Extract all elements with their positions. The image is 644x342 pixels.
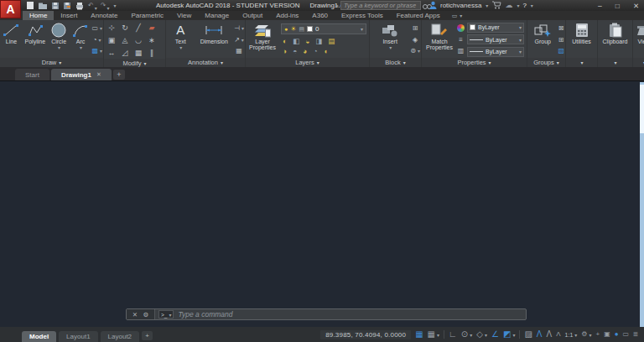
gradient-tool-icon[interactable]: ▩: [91, 47, 102, 54]
object-snap-tracking-icon[interactable]: ∠: [491, 330, 499, 339]
properties-panel-label[interactable]: Properties: [422, 58, 527, 67]
utilities-panel-label[interactable]: [566, 58, 597, 67]
tab-a360[interactable]: A360: [305, 11, 335, 20]
help-menu-icon[interactable]: [530, 2, 533, 9]
store-cart-icon[interactable]: [491, 1, 501, 11]
tab-annotate[interactable]: Annotate: [84, 11, 124, 20]
lineweight-list-icon[interactable]: ▥: [458, 47, 465, 54]
circle-button[interactable]: Circle: [49, 21, 70, 58]
arc-button[interactable]: Arc: [70, 21, 91, 58]
layer-tool-icon[interactable]: ◧: [293, 37, 299, 45]
layer-tool-icon[interactable]: ▤: [328, 37, 335, 45]
new-file-icon[interactable]: [26, 1, 34, 11]
layer-tool-icon[interactable]: ◕: [303, 47, 307, 55]
command-close-icon[interactable]: ✕: [132, 311, 138, 319]
open-file-icon[interactable]: [38, 1, 48, 11]
layer-dropdown[interactable]: ● ☀ ▤ 0: [281, 23, 366, 34]
insert-flyout-icon[interactable]: [388, 44, 392, 50]
close-file-tab-icon[interactable]: ✕: [96, 71, 101, 78]
copy-tool-icon[interactable]: ▣: [108, 36, 116, 44]
account-menu-icon[interactable]: [485, 2, 488, 9]
tab-express-tools[interactable]: Express Tools: [335, 11, 390, 20]
color-wheel-icon[interactable]: [457, 24, 465, 32]
layer-tool-icon[interactable]: ◒: [305, 37, 309, 45]
customize-qat-icon[interactable]: [112, 1, 116, 11]
mirror-tool-icon[interactable]: ◬: [122, 36, 128, 44]
draw-panel-label[interactable]: Draw: [0, 58, 103, 67]
layers-panel-label[interactable]: Layers: [246, 58, 369, 67]
scrollbar-thumb[interactable]: [640, 85, 644, 133]
leader-tool-icon[interactable]: ⊣: [234, 24, 244, 32]
array-tool-icon[interactable]: ▦: [135, 49, 143, 57]
maximize-button[interactable]: □: [615, 2, 620, 10]
close-button[interactable]: ✕: [633, 2, 639, 10]
iso-drafting-toggle[interactable]: ◇: [476, 330, 487, 339]
transparency-toggle-icon[interactable]: ▨: [524, 330, 532, 339]
annotation-panel-label[interactable]: Annotation: [166, 58, 245, 67]
group-button[interactable]: Group: [528, 21, 557, 58]
layer-tool-icon[interactable]: ◖: [324, 47, 328, 55]
stretch-tool-icon[interactable]: ↔: [108, 49, 116, 57]
scale-tool-icon[interactable]: ◿: [122, 49, 128, 57]
command-input[interactable]: [178, 310, 522, 319]
clipboard-panel-label[interactable]: [598, 58, 632, 67]
tab-parametric[interactable]: Parametric: [124, 11, 170, 20]
dimension-button[interactable]: Dimension: [195, 21, 234, 58]
graphics-performance-icon[interactable]: ●: [615, 331, 619, 338]
object-snap-toggle[interactable]: ◩: [503, 330, 515, 339]
layout1-tab[interactable]: Layout1: [59, 331, 97, 342]
polar-tracking-toggle[interactable]: ⊙: [461, 330, 472, 339]
a360-menu-icon[interactable]: [516, 2, 519, 9]
ribbon-display-toggle[interactable]: ▭: [452, 11, 463, 20]
group-edit-icon[interactable]: ⊞: [558, 36, 564, 44]
line-button[interactable]: Line: [1, 21, 22, 58]
clipboard-button[interactable]: Clipboard: [603, 21, 628, 58]
new-layout-button[interactable]: +: [142, 331, 153, 340]
linetype-dropdown[interactable]: ByLayer: [467, 34, 524, 44]
command-prompt-icon[interactable]: >_: [158, 310, 174, 319]
groups-panel-label[interactable]: Groups: [527, 58, 565, 67]
fillet-tool-icon[interactable]: ◡: [135, 36, 142, 44]
view-button[interactable]: View: [634, 21, 644, 58]
tab-view[interactable]: View: [170, 11, 198, 20]
block-editor-icon[interactable]: ⊚: [410, 47, 420, 54]
group-selection-icon[interactable]: ▧: [558, 47, 564, 54]
coordinates-display[interactable]: 89.3985, 70.4094, 0.0000: [320, 330, 411, 339]
layer-tool-icon[interactable]: ◐: [283, 37, 287, 45]
new-drawing-tab-button[interactable]: +: [113, 70, 125, 80]
isolate-objects-icon[interactable]: ▣: [604, 331, 610, 338]
tab-insert[interactable]: Insert: [54, 11, 84, 20]
annotation-scale-icon[interactable]: Λ: [556, 331, 560, 338]
grid-toggle-icon[interactable]: ▦: [415, 330, 423, 339]
text-button[interactable]: A Text: [167, 21, 195, 58]
layer-properties-button[interactable]: Layer Properties: [247, 21, 278, 58]
trim-tool-icon[interactable]: ╱: [136, 23, 140, 32]
command-wrench-icon[interactable]: ⚙: [143, 311, 149, 319]
arc-flyout-icon[interactable]: [79, 44, 82, 50]
tab-output[interactable]: Output: [236, 11, 269, 20]
snap-toggle[interactable]: ▦: [428, 330, 439, 339]
object-color-dropdown[interactable]: ByLayer: [467, 23, 524, 33]
layer-dropdown-icon[interactable]: [360, 25, 363, 33]
table-tool-icon[interactable]: ▦: [236, 47, 242, 54]
tab-home[interactable]: Home: [23, 11, 54, 20]
customize-icon[interactable]: ≡: [633, 330, 638, 339]
save-icon[interactable]: [51, 1, 60, 11]
hatch-tool-icon[interactable]: ◔: [93, 36, 101, 44]
model-tab[interactable]: Model: [22, 331, 56, 342]
offset-tool-icon[interactable]: ∥: [150, 49, 154, 57]
linetype-list-icon[interactable]: ≡: [459, 36, 463, 44]
utilities-button[interactable]: Utilities: [572, 21, 592, 58]
define-attributes-icon[interactable]: ◈: [413, 36, 418, 44]
explode-tool-icon[interactable]: ∗: [148, 36, 155, 44]
layer-tool-icon[interactable]: ◨: [315, 37, 322, 45]
multileader-tool-icon[interactable]: ↗: [234, 36, 244, 44]
view-panel-label[interactable]: [633, 58, 644, 67]
tab-addins[interactable]: Add-ins: [269, 11, 305, 20]
annotation-autoscale-icon[interactable]: Λ: [547, 330, 553, 339]
autocad-logo-icon[interactable]: A: [0, 0, 21, 18]
move-tool-icon[interactable]: ⊹: [108, 23, 115, 32]
tab-featured-apps[interactable]: Featured Apps: [390, 11, 447, 20]
polyline-button[interactable]: Polyline: [23, 21, 48, 58]
layer-tool-icon[interactable]: ◓: [293, 47, 297, 55]
